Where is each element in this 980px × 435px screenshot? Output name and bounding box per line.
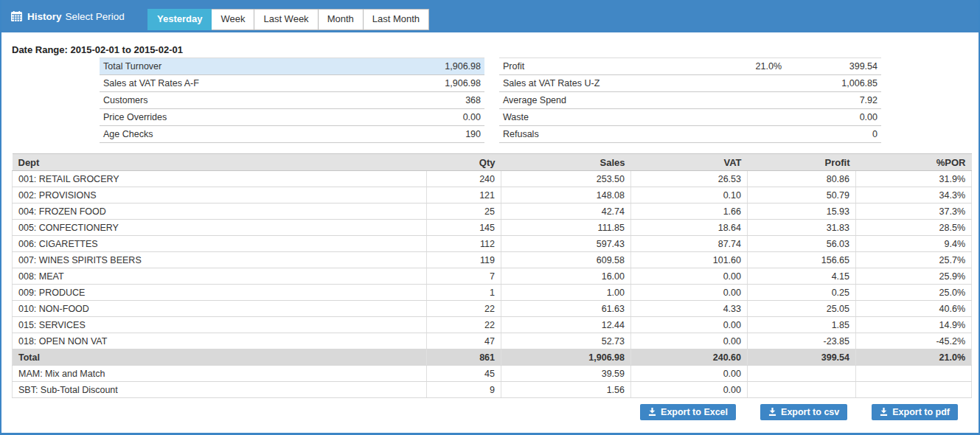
- dept-cell: 015: SERVICES: [13, 317, 427, 333]
- summary-row-price-overrides[interactable]: Price Overrides 0.00: [100, 109, 484, 126]
- por-cell: 21.0%: [856, 349, 972, 366]
- vat-cell: 1.66: [631, 203, 748, 220]
- table-row: 006: CIGARETTES 112 597.43 87.74 56.03 9…: [13, 236, 972, 252]
- summary-row-sales-vat-uz[interactable]: Sales at VAT Rates U-Z 1,006.85: [499, 75, 881, 92]
- summary-percent: [697, 75, 785, 92]
- summary-row-profit[interactable]: Profit 21.0% 399.54: [499, 58, 881, 75]
- summary-label: Age Checks: [100, 126, 389, 143]
- summary-label: Sales at VAT Rates A-F: [100, 75, 389, 92]
- profit-cell: 15.93: [748, 203, 856, 220]
- period-tab-month[interactable]: Month: [319, 9, 364, 30]
- vat-cell: 0.00: [631, 268, 748, 285]
- qty-cell: 7: [427, 268, 501, 285]
- qty-cell: 45: [427, 366, 501, 382]
- vat-cell: 0.00: [631, 382, 748, 398]
- summary-row-average-spend[interactable]: Average Spend 7.92: [499, 92, 881, 109]
- department-table-header: Dept Qty Sales VAT Profit %POR: [13, 154, 972, 171]
- profit-cell: 56.03: [748, 236, 856, 252]
- vat-cell: 87.74: [631, 236, 748, 252]
- summary-value: 1,906.98: [389, 58, 484, 75]
- summary-percent: [697, 92, 785, 109]
- summary-table-left: Total Turnover 1,906.98 Sales at VAT Rat…: [100, 58, 484, 143]
- dept-cell: 007: WINES SPIRITS BEERS: [13, 252, 427, 268]
- summary-label: Total Turnover: [100, 58, 389, 75]
- report-content: Date Range: 2015-02-01 to 2015-02-01 Tot…: [1, 32, 979, 420]
- por-cell: 31.9%: [856, 171, 972, 187]
- por-cell: 9.4%: [856, 236, 972, 252]
- summary-label: Profit: [499, 58, 697, 75]
- summary-row-sales-vat-af[interactable]: Sales at VAT Rates A-F 1,906.98: [100, 75, 484, 92]
- summary-row-age-checks[interactable]: Age Checks 190: [100, 126, 484, 143]
- export-button-label: Export to pdf: [892, 407, 950, 417]
- por-cell: 37.3%: [856, 203, 972, 220]
- por-cell: 34.3%: [856, 187, 972, 203]
- por-cell: [856, 382, 972, 398]
- dept-cell: 002: PROVISIONS: [13, 187, 427, 203]
- sales-cell: 42.74: [501, 203, 631, 220]
- summary-label: Price Overrides: [100, 109, 389, 126]
- period-tab-last-week[interactable]: Last Week: [254, 9, 318, 30]
- export-button-label: Export to csv: [781, 407, 839, 417]
- sales-cell: 111.85: [501, 220, 631, 236]
- dept-cell: MAM: Mix and Match: [13, 366, 427, 382]
- por-cell: 14.9%: [856, 317, 972, 333]
- export-button-row: Export to Excel Export to csv: [12, 404, 958, 420]
- table-row-mix-and-match: MAM: Mix and Match 45 39.59 0.00: [13, 366, 972, 382]
- summary-value: 7.92: [785, 92, 881, 109]
- summary-row-waste[interactable]: Waste 0.00: [499, 109, 881, 126]
- table-row: 010: NON-FOOD 22 61.63 4.33 25.05 40.6%: [13, 301, 972, 317]
- summary-value: 1,006.85: [785, 75, 881, 92]
- qty-cell: 145: [427, 220, 501, 236]
- summary-value: 1,906.98: [389, 75, 484, 92]
- por-cell: 28.5%: [856, 220, 972, 236]
- profit-cell: 25.05: [748, 301, 856, 317]
- department-table: Dept Qty Sales VAT Profit %POR 001: RETA…: [12, 153, 972, 398]
- download-icon: [768, 408, 776, 416]
- summary-percent: [697, 126, 785, 143]
- sales-cell: 253.50: [501, 171, 631, 187]
- table-row: 008: MEAT 7 16.00 0.00 4.15 25.9%: [13, 268, 972, 285]
- qty-cell: 22: [427, 301, 501, 317]
- period-tab-yesterday[interactable]: Yesterday: [147, 9, 212, 30]
- sales-cell: 61.63: [501, 301, 631, 317]
- export-to-pdf-button[interactable]: Export to pdf: [872, 404, 958, 420]
- dept-cell: 004: FROZEN FOOD: [13, 203, 427, 220]
- summary-row-customers[interactable]: Customers 368: [100, 92, 484, 109]
- profit-cell: [748, 382, 856, 398]
- sales-cell: 148.08: [501, 187, 631, 203]
- period-tab-last-month[interactable]: Last Month: [364, 9, 429, 30]
- por-cell: 40.6%: [856, 301, 972, 317]
- sales-cell: 1,906.98: [501, 349, 631, 366]
- profit-cell: [748, 366, 856, 382]
- profit-cell: 156.65: [748, 252, 856, 268]
- download-icon: [648, 408, 656, 416]
- summary-value: 368: [389, 92, 484, 109]
- qty-cell: 47: [427, 333, 501, 349]
- qty-cell: 9: [427, 382, 501, 398]
- summary-value: 0.00: [785, 109, 881, 126]
- column-header-profit: Profit: [748, 154, 856, 171]
- vat-cell: 0.00: [631, 366, 748, 382]
- sales-cell: 16.00: [501, 268, 631, 285]
- summary-row-refusals[interactable]: Refusals 0: [499, 126, 881, 143]
- dept-cell: 018: OPEN NON VAT: [13, 333, 427, 349]
- column-header-vat: VAT: [631, 154, 748, 171]
- sales-cell: 597.43: [501, 236, 631, 252]
- table-row: 015: SERVICES 22 12.44 0.00 1.85 14.9%: [13, 317, 972, 333]
- summary-value: 0.00: [389, 109, 484, 126]
- profit-cell: 80.86: [748, 171, 856, 187]
- summary-label: Sales at VAT Rates U-Z: [499, 75, 697, 92]
- period-tab-week[interactable]: Week: [212, 9, 254, 30]
- export-to-csv-button[interactable]: Export to csv: [760, 404, 847, 420]
- summary-percent: 21.0%: [697, 58, 785, 75]
- table-total-row: Total 861 1,906.98 240.60 399.54 21.0%: [13, 349, 972, 366]
- export-to-excel-button[interactable]: Export to Excel: [640, 404, 736, 420]
- vat-cell: 0.00: [631, 317, 748, 333]
- dept-cell: Total: [13, 349, 427, 366]
- profit-cell: 50.79: [748, 187, 856, 203]
- sales-cell: 39.59: [501, 366, 631, 382]
- summary-value: 0: [785, 126, 881, 143]
- dept-cell: SBT: Sub-Total Discount: [13, 382, 427, 398]
- export-button-label: Export to Excel: [661, 407, 728, 417]
- summary-row-total-turnover[interactable]: Total Turnover 1,906.98: [100, 58, 484, 75]
